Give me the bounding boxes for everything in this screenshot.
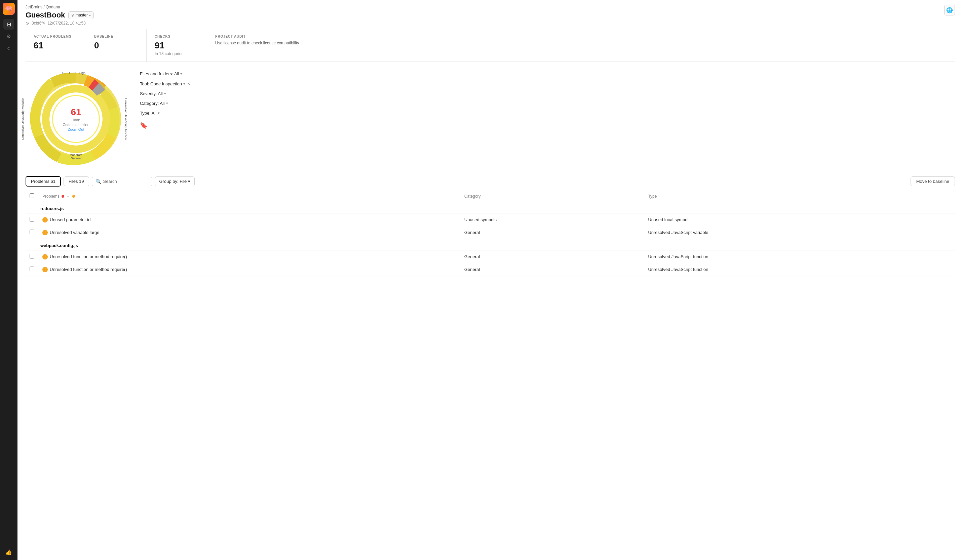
dot-yellow-icon xyxy=(72,195,75,197)
group-by-label: Group by: File xyxy=(159,179,187,184)
th-problems-label: Problems xyxy=(42,194,60,199)
commit-icon: ⊙ xyxy=(26,21,29,26)
problem-text: Unused parameter id xyxy=(50,217,91,222)
problem-text: Unresolved function or method require() xyxy=(50,254,127,259)
metric-actual-value: 61 xyxy=(34,40,78,51)
branch-icon: ⑂ xyxy=(71,13,74,18)
metric-checks-value: 91 xyxy=(155,40,199,51)
row-checkbox-cell xyxy=(26,251,38,263)
problems-count-badge: 61 xyxy=(51,179,55,184)
severity-icon: ! xyxy=(42,217,48,223)
row-checkbox[interactable] xyxy=(29,217,34,222)
branch-selector[interactable]: ⑂ master ▾ xyxy=(68,11,94,19)
severity-icon: ! xyxy=(42,254,48,259)
row-checkbox[interactable] xyxy=(29,254,34,259)
th-checkbox xyxy=(26,191,38,202)
search-input[interactable] xyxy=(103,179,149,184)
problem-text: Unresolved function or method require() xyxy=(50,267,127,272)
donut-chart: 61 Tool: Code Inspection Zoom Out E…U…R…… xyxy=(26,69,126,169)
select-all-checkbox[interactable] xyxy=(29,193,34,198)
search-box[interactable]: 🔍 xyxy=(92,177,152,186)
metric-checks-label: CHECKS xyxy=(155,35,199,38)
dot-red-icon xyxy=(62,195,64,197)
problems-table: Problems → Category Type reducers.js xyxy=(26,191,955,276)
breadcrumb: JetBrains / Qodana xyxy=(26,5,94,10)
row-problem-cell: ! Unresolved function or method require(… xyxy=(38,251,460,263)
group-by-button[interactable]: Group by: File ▾ xyxy=(155,176,195,186)
chart-right-label: Unresolved JavaScript function xyxy=(124,98,127,140)
row-category-cell: Unused symbols xyxy=(460,214,644,226)
commit-time: 12/07/2022, 18:41:58 xyxy=(47,21,85,26)
metric-checks-sub: In 18 categories xyxy=(155,52,199,56)
row-checkbox[interactable] xyxy=(29,230,34,234)
header: JetBrains / Qodana GuestBook ⑂ master ▾ … xyxy=(18,0,963,29)
file-name: reducers.js xyxy=(26,202,955,214)
metric-checks: CHECKS 91 In 18 categories xyxy=(147,29,207,62)
filter-severity[interactable]: Severity: All ▾ xyxy=(140,91,190,96)
tab-files[interactable]: Files 19 xyxy=(63,176,89,186)
row-problem-cell: ! Unused parameter id xyxy=(38,214,460,226)
th-type: Type xyxy=(644,191,955,202)
chevron-down-icon: ▾ xyxy=(166,101,168,105)
row-category-cell: General xyxy=(460,251,644,263)
sidebar-logo: 🧠 xyxy=(3,3,15,15)
metric-audit-desc: Use license audit to check license compa… xyxy=(215,40,947,46)
branch-name: master xyxy=(75,13,88,18)
severity-icon: ! xyxy=(42,230,48,235)
close-icon[interactable]: × xyxy=(187,81,190,86)
row-type-cell: Unresolved JavaScript variable xyxy=(644,226,955,239)
metrics-row: ACTUAL PROBLEMS 61 BASELINE 0 CHECKS 91 … xyxy=(26,29,955,62)
metric-baseline: BASELINE 0 xyxy=(86,29,147,62)
filter-tool[interactable]: Tool: Code Inspection ▾ × xyxy=(140,81,190,86)
table-row: ! Unresolved function or method require(… xyxy=(26,251,955,263)
logo-icon: 🧠 xyxy=(5,5,13,13)
row-checkbox-cell xyxy=(26,214,38,226)
th-problems: Problems → xyxy=(38,191,460,202)
chevron-down-icon: ▾ xyxy=(89,13,91,17)
table-file-row: webpack.config.js xyxy=(26,239,955,251)
filter-category[interactable]: Category: All ▾ xyxy=(140,101,190,106)
row-problem-cell: ! Unresolved function or method require(… xyxy=(38,263,460,276)
donut-zoom-out[interactable]: Zoom Out xyxy=(63,127,89,131)
sidebar-item-settings[interactable]: ⚙ xyxy=(3,31,14,42)
problem-text: Unresolved variable large xyxy=(50,230,99,235)
chevron-down-icon: ▾ xyxy=(158,111,160,115)
move-to-baseline-button[interactable]: Move to baseline xyxy=(911,176,955,186)
filter-type-label: Type: All xyxy=(140,111,156,116)
row-problem-cell: ! Unresolved variable large xyxy=(38,226,460,239)
file-name: webpack.config.js xyxy=(26,239,955,251)
row-checkbox-cell xyxy=(26,226,38,239)
filter-files-folders[interactable]: Files and folders: All ▾ xyxy=(140,71,190,76)
metric-project-audit: PROJECT AUDIT Use license audit to check… xyxy=(207,29,955,62)
globe-button[interactable]: 🌐 xyxy=(944,5,955,15)
chart-bottom-labels: Moderate General xyxy=(70,153,83,160)
filter-files-label: Files and folders: All xyxy=(140,71,179,76)
severity-icon: ! xyxy=(42,267,48,272)
sidebar-item-home[interactable]: ⊞ xyxy=(3,19,14,29)
chart-filters-section: 61 Tool: Code Inspection Zoom Out E…U…R…… xyxy=(18,62,963,176)
metric-baseline-label: BASELINE xyxy=(94,35,138,38)
problems-toolbar: Problems 61 Files 19 🔍 Group by: File ▾ … xyxy=(26,176,955,186)
filter-type[interactable]: Type: All ▾ xyxy=(140,111,190,116)
filter-severity-label: Severity: All xyxy=(140,91,163,96)
row-type-cell: Unresolved JavaScript function xyxy=(644,263,955,276)
sidebar-item-thumbsup[interactable]: 👍 xyxy=(3,547,14,557)
row-type-cell: Unresolved JavaScript function xyxy=(644,251,955,263)
problems-section: Problems 61 Files 19 🔍 Group by: File ▾ … xyxy=(18,176,963,560)
donut-number: 61 xyxy=(63,107,89,118)
metric-actual-problems: ACTUAL PROBLEMS 61 xyxy=(26,29,86,62)
sidebar-item-info[interactable]: ○ xyxy=(3,43,14,54)
filter-tool-label: Tool: Code Inspection xyxy=(140,81,182,86)
chart-left-label: Unresolved JavaScript variable xyxy=(21,98,24,140)
row-category-cell: General xyxy=(460,263,644,276)
tab-problems[interactable]: Problems 61 xyxy=(26,176,61,186)
metric-actual-label: ACTUAL PROBLEMS xyxy=(34,35,78,38)
commit-hash: 8cbf6f4 xyxy=(32,21,45,26)
filter-category-label: Category: All xyxy=(140,101,165,106)
metric-baseline-value: 0 xyxy=(94,40,138,51)
page-title: GuestBook xyxy=(26,11,65,19)
arrow-icon: → xyxy=(66,194,70,199)
search-icon: 🔍 xyxy=(96,179,101,184)
row-checkbox[interactable] xyxy=(29,267,34,271)
bookmark-icon[interactable]: 🔖 xyxy=(140,122,190,129)
